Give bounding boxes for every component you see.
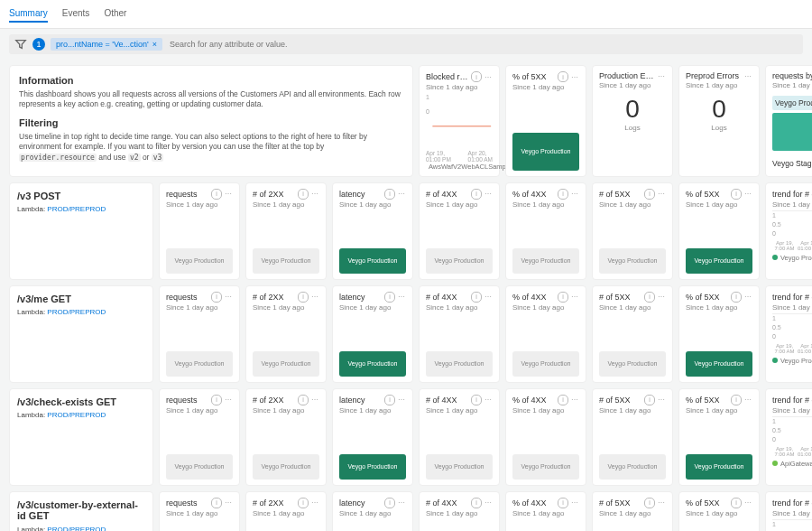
filter-icon[interactable] xyxy=(14,38,27,51)
card-title: % of 4XX xyxy=(512,293,555,302)
more-icon[interactable]: ⋯ xyxy=(311,396,319,404)
time-range: Since 1 day ago xyxy=(772,303,812,312)
more-icon[interactable]: ⋯ xyxy=(311,498,319,507)
more-icon[interactable]: ⋯ xyxy=(225,190,233,198)
info-icon[interactable]: i xyxy=(731,292,742,303)
card-title: % of 4XX xyxy=(512,396,555,405)
close-icon[interactable]: × xyxy=(152,40,157,49)
info-icon[interactable]: i xyxy=(731,498,742,508)
more-icon[interactable]: ⋯ xyxy=(744,498,752,507)
lambda-link[interactable]: PROD/PREPROD xyxy=(47,526,106,531)
more-icon[interactable]: ⋯ xyxy=(571,293,579,301)
more-icon[interactable]: ⋯ xyxy=(484,190,493,198)
prod-errors-value: 0 xyxy=(599,95,666,124)
info-icon[interactable]: i xyxy=(298,395,309,405)
chart-thumb: Veygo Production xyxy=(166,248,233,274)
lambda-link[interactable]: PROD/PREPROD xyxy=(47,205,106,213)
more-icon[interactable]: ⋯ xyxy=(398,498,406,507)
lambda-link[interactable]: PROD/PREPROD xyxy=(47,308,106,316)
info-icon[interactable]: i xyxy=(471,395,482,405)
info-icon[interactable]: i xyxy=(211,395,222,405)
info-icon[interactable]: i xyxy=(211,189,222,200)
more-icon[interactable]: ⋯ xyxy=(225,498,233,507)
trend-card: trend for # of 5XXi⋯Since 1 day ago10.50… xyxy=(765,491,812,531)
tab-events[interactable]: Events xyxy=(62,5,90,23)
more-icon[interactable]: ⋯ xyxy=(658,498,666,507)
more-icon[interactable]: ⋯ xyxy=(311,293,319,301)
card-title: # of 5XX xyxy=(599,293,641,302)
card-title: trend for # of 5XX xyxy=(772,293,812,302)
lambda-link[interactable]: PROD/PREPROD xyxy=(47,411,106,419)
info-icon[interactable]: i xyxy=(558,71,568,82)
more-icon[interactable]: ⋯ xyxy=(658,72,666,80)
info-icon[interactable]: i xyxy=(644,498,655,508)
time-range: Since 1 day ago xyxy=(512,303,579,312)
trend-chart: 10.50 xyxy=(772,313,812,341)
more-icon[interactable]: ⋯ xyxy=(571,73,579,81)
info-icon[interactable]: i xyxy=(384,498,395,508)
more-icon[interactable]: ⋯ xyxy=(571,190,579,198)
more-icon[interactable]: ⋯ xyxy=(571,396,579,404)
more-icon[interactable]: ⋯ xyxy=(658,293,666,301)
metric-card-requests: requestsi⋯Since 1 day agoVeygo Productio… xyxy=(159,491,240,531)
more-icon[interactable]: ⋯ xyxy=(225,396,233,404)
card-title: trend for # of 5XX xyxy=(772,396,812,405)
filter-input[interactable] xyxy=(168,39,798,50)
more-icon[interactable]: ⋯ xyxy=(744,190,752,198)
info-icon[interactable]: i xyxy=(384,189,395,200)
tab-summary[interactable]: Summary xyxy=(9,5,48,23)
more-icon[interactable]: ⋯ xyxy=(398,396,406,404)
card-title: # of 2XX xyxy=(253,498,295,508)
chart-thumb: Veygo Production xyxy=(599,248,666,274)
info-icon[interactable]: i xyxy=(211,498,222,508)
card-title: % of 5XX xyxy=(686,498,728,508)
filter-chip[interactable]: pro...ntName = 'Ve...ction' × xyxy=(51,38,162,51)
endpoint-title: /v3/customer-by-external-id GET xyxy=(17,499,145,522)
env-row-production[interactable]: Veygo Production xyxy=(772,96,812,110)
info-icon[interactable]: i xyxy=(558,189,568,200)
more-icon[interactable]: ⋯ xyxy=(744,72,752,80)
more-icon[interactable]: ⋯ xyxy=(571,498,579,507)
more-icon[interactable]: ⋯ xyxy=(658,396,666,404)
info-icon[interactable]: i xyxy=(644,395,655,405)
info-icon[interactable]: i xyxy=(471,498,482,508)
info-icon[interactable]: i xyxy=(384,395,395,405)
env-label: Veygo Production xyxy=(775,98,812,107)
card-title: % of 5XX xyxy=(512,72,555,81)
info-icon[interactable]: i xyxy=(558,498,568,508)
more-icon[interactable]: ⋯ xyxy=(484,498,493,507)
info-icon[interactable]: i xyxy=(731,189,742,200)
info-icon[interactable]: i xyxy=(471,71,482,82)
info-icon[interactable]: i xyxy=(298,189,309,200)
info-icon[interactable]: i xyxy=(644,292,655,303)
code-resource: provider.resource xyxy=(19,154,97,162)
info-icon[interactable]: i xyxy=(298,292,309,303)
info-icon[interactable]: i xyxy=(558,395,568,405)
info-icon[interactable]: i xyxy=(471,189,482,200)
info-icon[interactable]: i xyxy=(558,292,568,303)
metric-card-p4xx: % of 4XXi⋯Since 1 day agoVeygo Productio… xyxy=(505,491,586,531)
more-icon[interactable]: ⋯ xyxy=(658,190,666,198)
info-icon[interactable]: i xyxy=(471,292,482,303)
code-v3: v3 xyxy=(152,154,164,162)
info-icon[interactable]: i xyxy=(731,395,742,405)
more-icon[interactable]: ⋯ xyxy=(744,293,752,301)
time-range: Since 1 day ago xyxy=(599,406,666,415)
more-icon[interactable]: ⋯ xyxy=(484,396,493,404)
more-icon[interactable]: ⋯ xyxy=(311,190,319,198)
info-icon[interactable]: i xyxy=(384,292,395,303)
info-icon[interactable]: i xyxy=(644,189,655,200)
more-icon[interactable]: ⋯ xyxy=(744,396,752,404)
card-title: latency xyxy=(339,498,382,508)
more-icon[interactable]: ⋯ xyxy=(398,190,406,198)
chart-thumb: Veygo Production xyxy=(339,454,406,480)
more-icon[interactable]: ⋯ xyxy=(225,293,233,301)
more-icon[interactable]: ⋯ xyxy=(398,293,406,301)
env-row-staging[interactable]: Veygo Staging xyxy=(772,159,812,168)
info-icon[interactable]: i xyxy=(298,498,309,508)
tab-other[interactable]: Other xyxy=(104,5,126,23)
info-icon[interactable]: i xyxy=(211,292,222,303)
more-icon[interactable]: ⋯ xyxy=(484,73,493,81)
more-icon[interactable]: ⋯ xyxy=(484,293,493,301)
info-heading: Information xyxy=(19,75,403,86)
